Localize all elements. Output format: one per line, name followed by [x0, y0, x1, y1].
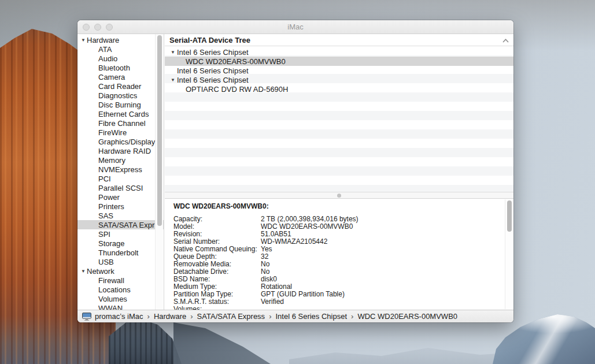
sidebar-item-label: Thunderbolt [98, 248, 138, 257]
sidebar-item-label: Storage [98, 239, 125, 248]
sidebar-item[interactable]: ▼ Locations [77, 285, 164, 294]
sidebar-item[interactable]: ▼ NVMExpress [77, 165, 164, 174]
sidebar-item[interactable]: ▼ SAS [77, 211, 164, 220]
sidebar-item[interactable]: ▼ Bluetooth [77, 63, 164, 72]
tree-row[interactable]: ▼ WDC WD20EARS-00MVWB0 [165, 57, 513, 66]
sidebar-item-label: SATA/SATA Expr… [98, 221, 162, 229]
sidebar-scrollbar[interactable] [155, 34, 163, 310]
sidebar-item[interactable]: ▼ Firewall [77, 276, 164, 285]
breadcrumb-item[interactable]: › promac’s iMac [95, 312, 143, 321]
breadcrumb-bar: › promac’s iMac › Hardware › SATA/SATA E… [77, 310, 513, 322]
spec-row: Model:WDC WD20EARS-00MVWB0 [173, 223, 502, 231]
spec-value: Rotational [261, 283, 292, 291]
disclosure-triangle-icon[interactable]: ▼ [171, 50, 177, 55]
sidebar-item[interactable]: ▼ Camera [77, 72, 164, 81]
sidebar-item[interactable]: ▼ Card Reader [77, 81, 164, 91]
tree-row[interactable]: ▼ Intel 6 Series Chipset [165, 75, 513, 84]
tree-row-label: Intel 6 Series Chipset [177, 76, 249, 84]
chevron-up-icon [502, 39, 509, 43]
sidebar-item-label: FireWire [98, 128, 127, 137]
sidebar-item-label: Audio [98, 54, 117, 63]
disclosure-triangle-icon[interactable]: ▼ [81, 38, 87, 43]
breadcrumb-item[interactable]: › Hardware [143, 312, 187, 321]
sidebar-item[interactable]: ▼ Hardware RAID [77, 146, 164, 155]
spec-value: 2 TB (2,000,398,934,016 bytes) [261, 215, 359, 223]
sidebar-item-label: Card Reader [98, 82, 141, 91]
sidebar-item[interactable]: ▼ Power [77, 192, 164, 202]
details-scrollbar[interactable] [505, 199, 513, 309]
sidebar-item[interactable]: ▼ Fibre Channel [77, 118, 164, 128]
sidebar-item[interactable]: ▼ Diagnostics [77, 91, 164, 100]
splitter-drag-handle-icon[interactable] [337, 194, 341, 198]
breadcrumb-item-label: Hardware [154, 312, 186, 321]
main-pane: Serial-ATA Device Tree ▼ Intel 6 Series … [165, 34, 513, 310]
sidebar-item[interactable]: ▼ Hardware [77, 35, 164, 44]
sidebar-item-label: Hardware [87, 36, 119, 44]
sidebar-item[interactable]: ▼ Ethernet Cards [77, 109, 164, 118]
disclosure-triangle-icon[interactable]: ▼ [171, 77, 177, 83]
tree-row-label: OPTIARC DVD RW AD-5690H [186, 85, 288, 94]
category-sidebar: ▼ Hardware ▼ ATA ▼ Audio ▼ Bluetooth ▼ C… [77, 34, 164, 310]
system-information-window: iMac ▼ Hardware ▼ ATA ▼ Audio [77, 20, 513, 322]
tree-row-label: WDC WD20EARS-00MVWB0 [186, 57, 286, 66]
sidebar-item-label: Hardware RAID [98, 147, 151, 155]
sidebar-item-label: Locations [98, 285, 131, 294]
spec-row: BSD Name:disk0 [173, 276, 502, 283]
sidebar-item[interactable]: ▼ Parallel SCSI [77, 183, 164, 192]
tree-row[interactable]: ▼ Intel 6 Series Chipset [165, 66, 513, 75]
sidebar-item-label: Fibre Channel [98, 119, 146, 128]
breadcrumb-separator: › [190, 312, 193, 321]
spec-row: S.M.A.R.T. status:Verified [173, 298, 502, 306]
sidebar-item[interactable]: ▼ SPI [77, 229, 164, 239]
breadcrumb-separator: › [269, 312, 271, 321]
window-title: iMac [77, 20, 513, 34]
breadcrumb-item-label: promac’s iMac [95, 312, 143, 321]
sidebar-scrollbar-thumb[interactable] [157, 35, 162, 226]
details-scrollbar-thumb[interactable] [507, 200, 512, 232]
disclosure-triangle-icon[interactable]: ▼ [81, 269, 87, 274]
tree-row-label: Intel 6 Series Chipset [177, 66, 249, 75]
sidebar-item[interactable]: ▼ WWAN [77, 303, 164, 310]
spec-value: 51.0AB51 [261, 230, 291, 238]
sidebar-item[interactable]: ▼ Memory [77, 155, 164, 165]
sidebar-item-label: Camera [98, 73, 125, 81]
sidebar-item[interactable]: ▼ Disc Burning [77, 100, 164, 109]
tree-row[interactable]: ▼ OPTIARC DVD RW AD-5690H [165, 84, 513, 94]
spec-value: WD-WMAZA2105442 [261, 237, 327, 246]
sidebar-item[interactable]: ▼ USB [77, 257, 164, 266]
tree-row[interactable]: ▼ Intel 6 Series Chipset [165, 47, 513, 57]
wallpaper-ridge-wedge [173, 322, 298, 364]
sidebar-item[interactable]: ▼ FireWire [77, 128, 164, 137]
sidebar-item[interactable]: ▼ Network [77, 266, 164, 276]
sidebar-item-label: Disc Burning [98, 101, 141, 109]
sidebar-item-label: PCI [98, 174, 111, 183]
imac-computer-icon [82, 313, 91, 321]
sidebar-item[interactable]: ▼ Thunderbolt [77, 248, 164, 257]
breadcrumb-item[interactable]: › WDC WD20EARS-00MVWB0 [347, 312, 457, 321]
sidebar-item-label: USB [98, 258, 114, 266]
pane-splitter[interactable] [165, 192, 513, 199]
sidebar-item-label: Bluetooth [98, 64, 130, 72]
breadcrumb-item-label: Intel 6 Series Chipset [275, 312, 347, 321]
window-titlebar[interactable]: iMac [77, 20, 513, 34]
breadcrumb-item[interactable]: › Intel 6 Series Chipset [265, 312, 347, 321]
sidebar-item[interactable]: ▼ PCI [77, 174, 164, 183]
sidebar-item[interactable]: ▼ Audio [77, 54, 164, 63]
sidebar-item-label: Ethernet Cards [98, 110, 149, 118]
device-details-pane: WDC WD20EARS-00MVWB0: Capacity:2 TB (2,0… [165, 199, 513, 310]
sidebar-item-label: Memory [98, 156, 125, 165]
sidebar-item[interactable]: ▼ Printers [77, 202, 164, 211]
collapse-section-button[interactable] [502, 36, 509, 44]
breadcrumb-item[interactable]: › SATA/SATA Express [186, 312, 265, 321]
desktop-wallpaper: iMac ▼ Hardware ▼ ATA ▼ Audio [0, 0, 595, 364]
sidebar-item[interactable]: ▼ SATA/SATA Expr… [77, 220, 164, 229]
sidebar-item[interactable]: ▼ Volumes [77, 294, 164, 303]
sidebar-item-label: ATA [98, 45, 112, 54]
sidebar-item[interactable]: ▼ ATA [77, 44, 164, 54]
sidebar-item[interactable]: ▼ Storage [77, 239, 164, 248]
sidebar-item[interactable]: ▼ Graphics/Displays [77, 137, 164, 146]
device-tree-list: ▼ Intel 6 Series Chipset ▼ WDC WD20EARS-… [165, 46, 513, 192]
tree-row-label: Intel 6 Series Chipset [177, 48, 249, 57]
sidebar-item-label: Firewall [98, 276, 124, 285]
sidebar-item-label: Volumes [98, 295, 127, 303]
